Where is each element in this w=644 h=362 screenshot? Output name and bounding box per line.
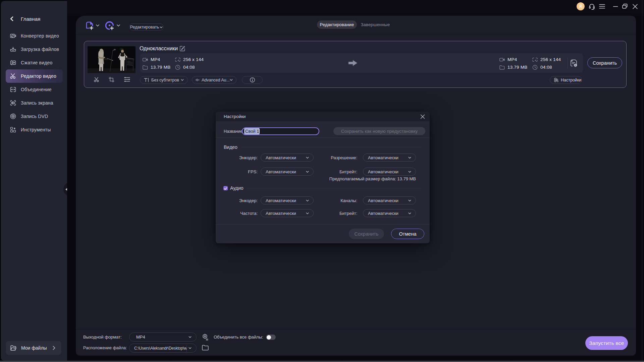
- sidebar-back-home[interactable]: Главная: [1, 13, 67, 24]
- video-resolution-label: Разрешение:: [304, 155, 357, 160]
- folder-icon: [143, 65, 148, 70]
- format-settings-icon[interactable]: [201, 333, 209, 341]
- dialog-footer-divider: [216, 224, 430, 225]
- sidebar-item-video-editor[interactable]: Редактор видео: [1, 69, 67, 83]
- save-preset-button[interactable]: Сохранить как новую предустановку: [333, 127, 425, 135]
- video-format-icon: [143, 57, 148, 62]
- preset-file-icon[interactable]: [570, 59, 578, 67]
- source-format: MP4: [143, 57, 160, 62]
- sidebar-item-merge[interactable]: Объединение: [1, 83, 67, 96]
- browse-folder-icon[interactable]: [202, 345, 209, 351]
- location-dropdown[interactable]: C:\Users\Aleksandr\Desktop\w: [129, 344, 197, 353]
- video-thumbnail[interactable]: [88, 46, 136, 73]
- video-resolution-dropdown[interactable]: Автоматически: [363, 154, 416, 162]
- save-button[interactable]: Сохранить: [587, 57, 622, 68]
- chevron-down-icon: [189, 347, 192, 349]
- chevron-down-icon: [181, 79, 184, 81]
- close-icon[interactable]: [631, 2, 639, 10]
- screen-bottom-edge: [0, 361, 644, 362]
- sidebar-item-video-compress[interactable]: Сжатие видео: [1, 56, 67, 69]
- menu-icon[interactable]: [598, 2, 606, 10]
- chevron-down-icon: [160, 26, 163, 28]
- merge-toggle[interactable]: [266, 335, 276, 340]
- add-file-button[interactable]: [85, 21, 95, 31]
- chevron-down-icon: [408, 200, 411, 201]
- sidebar-item-tools[interactable]: Инструменты: [1, 123, 67, 136]
- sidebar-item-label: Объединение: [21, 87, 52, 92]
- audio-checkbox[interactable]: [223, 186, 228, 190]
- location-value: C:\Users\Aleksandr\Desktop\w: [134, 346, 188, 351]
- chevron-down-icon[interactable]: [117, 24, 120, 26]
- audio-channels-dropdown[interactable]: Автоматически: [363, 196, 416, 204]
- rename-icon[interactable]: [180, 46, 185, 51]
- dvd-icon: [10, 113, 16, 119]
- add-dvd-button[interactable]: [105, 21, 115, 31]
- location-label: Расположение файла:: [83, 346, 127, 350]
- sidebar-item-label: Загрузка файлов: [21, 47, 59, 52]
- dialog-title: Настройки: [224, 114, 246, 119]
- source-duration: 04:08: [175, 65, 195, 70]
- subtitles-dropdown[interactable]: Без субтитров: [140, 76, 188, 84]
- sidebar-collapse-handle[interactable]: [63, 182, 67, 196]
- audio-section-line: [247, 188, 422, 188]
- cut-tool-icon[interactable]: [93, 76, 100, 83]
- file-download-icon: [10, 46, 16, 52]
- audio-channels-label: Каналы:: [304, 198, 357, 203]
- audio-bitrate-dropdown[interactable]: Автоматически: [363, 209, 416, 217]
- output-duration: 04:08: [532, 65, 552, 70]
- file-info-button[interactable]: [242, 76, 263, 84]
- sidebar-item-label: Запись DVD: [21, 114, 48, 119]
- sidebar-item-file-download[interactable]: Загрузка файлов: [1, 43, 67, 56]
- minimize-icon[interactable]: [611, 2, 620, 10]
- video-bitrate-dropdown[interactable]: Автоматически: [363, 168, 416, 176]
- bottom-divider: [76, 329, 636, 329]
- selected-text: Свой 1: [244, 128, 259, 134]
- audio-section-label: Аудио: [230, 185, 244, 191]
- sidebar-item-label: Редактор видео: [21, 73, 56, 79]
- sidebar-item-video-converter[interactable]: Конвертер видео: [1, 29, 67, 43]
- adjust-tool-icon[interactable]: [124, 76, 130, 83]
- card-settings-button[interactable]: Настройки: [550, 76, 582, 84]
- video-compress-icon: [10, 60, 16, 66]
- chevron-down-icon: [408, 213, 411, 214]
- app-window: Главная Конвертер видео: [0, 0, 644, 362]
- video-fps-label: FPS:: [216, 169, 258, 174]
- tab-editing[interactable]: Редактирование: [317, 20, 357, 29]
- collapse-arrow-icon: [65, 188, 67, 191]
- estimated-size-text: Предполагаемый размер файла: 13.79 MB: [314, 176, 416, 181]
- crop-tool-icon[interactable]: [108, 76, 115, 83]
- merge-label: Объединить все файлы:: [214, 335, 263, 340]
- info-icon: [250, 77, 255, 82]
- clock-icon: [532, 65, 538, 70]
- chevron-down-icon[interactable]: [96, 24, 99, 26]
- subtitles-value: Без субтитров: [151, 78, 179, 82]
- dialog-close-icon[interactable]: [420, 114, 425, 119]
- support-headset-icon[interactable]: [588, 2, 596, 10]
- audio-frequency-label: Частота:: [216, 211, 258, 216]
- restore-icon[interactable]: [621, 2, 629, 10]
- chevron-left-icon: [10, 16, 14, 21]
- person-icon: [578, 4, 583, 9]
- video-encoder-label: Энкодер:: [216, 155, 258, 160]
- band-divider: [568, 57, 568, 69]
- edit-dropdown-button[interactable]: Редактировать: [129, 23, 164, 31]
- output-format-dropdown[interactable]: MP4: [129, 333, 197, 342]
- settings-dialog: Настройки Название Свой 1 Сохранить как …: [216, 112, 430, 243]
- output-resolution: 256 x 144: [532, 57, 561, 62]
- card-settings-label: Настройки: [561, 78, 581, 82]
- audio-track-dropdown[interactable]: Advanced Au...: [192, 76, 236, 84]
- dialog-cancel-button[interactable]: Отмена: [391, 229, 424, 239]
- my-files-button[interactable]: Мои файлы: [6, 341, 61, 355]
- dialog-save-button[interactable]: Сохранить: [349, 229, 384, 239]
- preset-name-input[interactable]: Свой 1: [242, 127, 319, 135]
- output-format: MP4: [499, 57, 517, 62]
- waveform-icon: [196, 78, 200, 82]
- tab-finished[interactable]: Завершенные: [359, 20, 391, 29]
- sidebar-item-screen-record[interactable]: Запись экрана: [1, 96, 67, 110]
- account-avatar[interactable]: [577, 2, 585, 10]
- run-all-button[interactable]: Запустить все: [585, 336, 628, 350]
- video-converter-icon: [10, 33, 16, 39]
- scissors-icon: [10, 73, 16, 79]
- sidebar-item-dvd-record[interactable]: Запись DVD: [1, 110, 67, 123]
- audio-encoder-label: Энкодер:: [216, 198, 258, 203]
